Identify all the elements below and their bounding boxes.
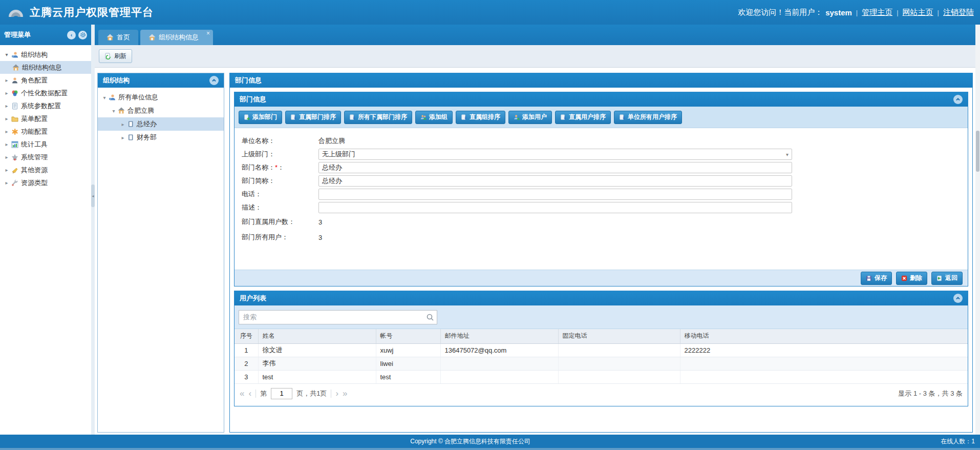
phone-input[interactable] [318,189,792,200]
refresh-icon [104,53,112,60]
brand: 立腾云用户权限管理平台 [0,5,154,19]
sidebar-item-personal-data-config[interactable]: ▸ 个性化数据配置 [0,87,91,99]
divider [331,390,331,398]
home-icon [12,64,19,71]
group-add-icon [420,114,427,120]
sidebar-item-stats-tools[interactable]: ▸ 统计工具 [0,138,91,151]
sort-all-unit-users-button[interactable]: 单位所有用户排序 [614,111,682,124]
vertical-scrollbar[interactable] [975,25,980,435]
button-label: 删除 [910,274,922,282]
tab-close-icon[interactable]: × [206,30,210,36]
expand-open-icon[interactable]: ▾ [3,52,10,57]
main-area: 首页 组织结构信息 × 刷新 组织结构 [95,25,980,435]
expand-closed-icon[interactable]: ▸ [3,90,10,96]
expand-closed-icon[interactable]: ▸ [3,141,10,147]
sort-direct-groups-button[interactable]: 直属组排序 [456,111,505,124]
expand-closed-icon[interactable]: ▸ [119,135,126,140]
footer-strip [0,448,980,450]
link-admin-home[interactable]: 管理主页 [862,8,892,17]
form-row-dept-name: 部门名称：*： [242,162,968,173]
tab-home[interactable]: 首页 [98,30,138,45]
sidebar-item-menu-config[interactable]: ▸ 菜单配置 [0,112,91,125]
tree-node-general-office[interactable]: ▸ 总经办 [98,117,224,131]
form-row-phone: 电话： [242,189,968,200]
parent-dept-select[interactable]: 无上级部门 ▾ [318,149,792,160]
expand-closed-icon[interactable]: ▸ [3,180,10,186]
sidebar-item-function-config[interactable]: ▸ 功能配置 [0,125,91,138]
table-row[interactable]: 2 李伟 liwei [235,357,968,370]
expand-closed-icon[interactable]: ▸ [3,129,10,134]
expand-closed-icon[interactable]: ▸ [3,116,10,121]
panel-collapse-icon[interactable] [953,294,963,303]
dept-info-panel-header: 部门信息 [235,92,968,107]
tree-node-all-units[interactable]: ▾ 所有单位信息 [98,91,224,104]
save-floppy-icon [866,275,872,281]
scroll-icon [11,103,18,110]
dept-name-input[interactable] [318,162,792,173]
tree-node-label: 总经办 [137,119,157,129]
tree-node-hefei-liteng[interactable]: ▾ 合肥立腾 [98,104,224,117]
add-dept-button[interactable]: 添加部门 [239,111,282,124]
sidebar-collapse-handle-icon[interactable]: ◂ [91,185,95,207]
sidebar-item-label: 其他资源 [21,166,48,175]
sidebar-item-org-structure[interactable]: ▾ 组织结构 [0,48,91,61]
sort-all-sub-depts-button[interactable]: 所有下属部门排序 [344,111,412,124]
page-number-input[interactable] [271,388,292,399]
last-page-icon[interactable]: » [343,389,347,398]
expand-open-icon[interactable]: ▾ [101,95,108,100]
sidebar-item-other-resources[interactable]: ▸ 其他资源 [0,163,91,176]
cell-name: 李伟 [258,357,376,370]
description-label: 描述： [242,203,318,212]
delete-button[interactable]: 删除 [896,272,927,285]
sort-direct-users-button[interactable]: 直属用户排序 [555,111,611,124]
expand-closed-icon[interactable]: ▸ [3,103,10,109]
back-button[interactable]: 返回 [931,272,963,285]
sidebar-item-org-structure-info[interactable]: 组织结构信息 [0,61,91,74]
tree-node-finance-dept[interactable]: ▸ 财务部 [98,131,224,144]
link-logout[interactable]: 注销登陆 [943,8,974,17]
form-row-parent-dept: 上级部门： 无上级部门 ▾ [242,149,968,160]
expand-closed-icon[interactable]: ▸ [119,121,126,127]
sidebar-splitter[interactable]: ◂ [91,25,95,435]
save-button[interactable]: 保存 [861,272,892,285]
sidebar-item-role-config[interactable]: ▸ 角色配置 [0,74,91,87]
panel-collapse-icon[interactable] [953,95,963,104]
user-list-panel-header: 用户列表 [235,291,968,305]
expand-open-icon[interactable]: ▾ [110,108,117,114]
sidebar-item-label: 系统管理 [21,153,48,162]
add-group-button[interactable]: 添加组 [415,111,453,124]
expand-closed-icon[interactable]: ▸ [3,154,10,160]
next-page-icon[interactable]: › [335,389,338,398]
button-label: 添加部门 [252,113,277,121]
table-row[interactable]: 3 test test [235,370,968,383]
search-icon[interactable] [426,313,434,321]
link-site-home[interactable]: 网站主页 [903,8,933,17]
first-page-icon[interactable]: « [240,389,244,398]
footer: Copyright © 合肥立腾信息科技有限责任公司 在线人数：1 [0,435,980,448]
dept-short-name-input[interactable] [318,175,792,187]
divider [255,390,256,398]
sidebar-item-system-mgmt[interactable]: ▸ 系统管理 [0,151,91,163]
expand-closed-icon[interactable]: ▸ [3,77,10,83]
panel-collapse-icon[interactable] [209,76,219,85]
unit-name-value: 合肥立腾 [318,136,345,146]
scrollbar-thumb[interactable] [976,131,979,172]
sidebar-item-resource-types[interactable]: ▸ 资源类型 [0,176,91,189]
dept-action-toolbar: 添加部门 直属部门排序 所有下属部门排序 添加组 [235,107,968,128]
sort-direct-depts-button[interactable]: 直属部门排序 [285,111,341,124]
current-username: system [825,8,852,17]
tab-org-structure-info[interactable]: 组织结构信息 × [140,30,213,45]
add-user-button[interactable]: 添加用户 [508,111,552,124]
org-person-icon [11,51,18,58]
sidebar-collapse-icon[interactable]: ‹ [67,31,76,39]
prev-page-icon[interactable]: ‹ [248,389,251,398]
description-input[interactable] [318,202,792,213]
search-input[interactable] [239,310,437,324]
unit-name-label: 单位名称： [242,136,318,146]
sidebar-item-system-params[interactable]: ▸ 系统参数配置 [0,99,91,112]
table-row[interactable]: 1 徐文进 xuwj 136475072@qq.com 2222222 [235,343,968,357]
refresh-button[interactable]: 刷新 [99,49,132,63]
doc-add-icon [244,114,250,120]
sidebar-settings-gear-icon[interactable] [78,31,87,39]
expand-closed-icon[interactable]: ▸ [3,167,10,173]
